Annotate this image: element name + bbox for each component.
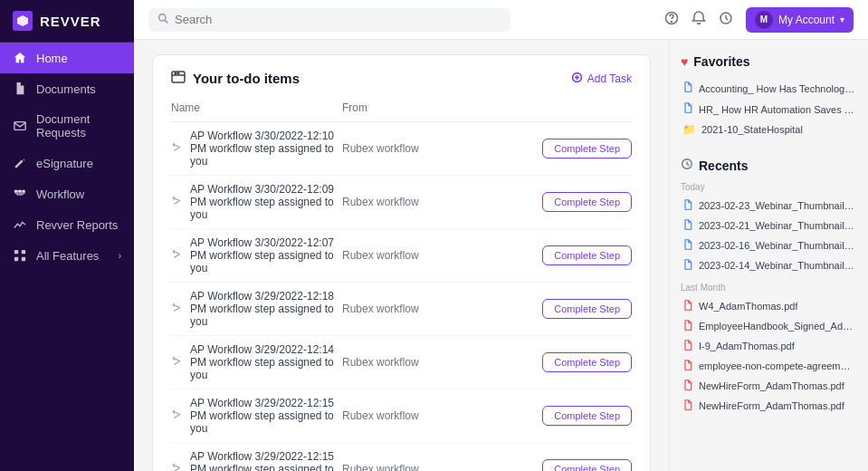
recents-list: Today 2023-02-23_Webinar_Thumbnail_.... …: [681, 182, 857, 416]
action-button[interactable]: Complete Step: [542, 245, 632, 265]
account-button[interactable]: M My Account ▾: [746, 7, 854, 33]
folder-icon: 📁: [682, 123, 696, 136]
sidebar-item-home-label: Home: [36, 52, 68, 65]
recent-item[interactable]: employee-non-compete-agreemen...: [681, 356, 857, 376]
table-row: AP Workflow 3/29/2022-12:18 PM workflow …: [171, 283, 632, 336]
main-area: M My Account ▾ Your to-do items: [134, 0, 868, 471]
todo-table-header: Name From: [171, 98, 632, 122]
center-panel: Your to-do items Add Task Name From: [134, 40, 669, 471]
sidebar-item-workflow[interactable]: Workflow: [0, 178, 134, 209]
heart-icon: ♥: [681, 54, 688, 69]
todo-item-from: Rubex workflow: [342, 249, 487, 262]
sidebar-item-document-requests[interactable]: Document Requests: [0, 104, 134, 148]
svg-rect-8: [22, 250, 25, 254]
todo-item-from: Rubex workflow: [342, 303, 487, 315]
sidebar-item-workflow-label: Workflow: [36, 187, 84, 201]
topbar-icons: M My Account ▾: [664, 7, 854, 33]
recent-item[interactable]: NewHireForm_AdamThomas.pdf: [681, 396, 857, 416]
doc-icon: [682, 199, 693, 212]
sidebar-logo-text: REVVER: [40, 14, 101, 29]
pdf-icon: [682, 340, 693, 352]
todo-item-name: AP Workflow 3/29/2022-12:15 PM workflow …: [171, 397, 342, 435]
recent-item-name: 2023-02-23_Webinar_Thumbnail_....: [699, 200, 855, 211]
svg-point-19: [177, 72, 179, 74]
sidebar-item-revver-reports[interactable]: Revver Reports: [0, 209, 134, 240]
action-button[interactable]: Complete Step: [542, 352, 632, 372]
right-panel: ♥ Favorites Accounting_ How Has Technolo…: [669, 40, 868, 471]
favorite-item[interactable]: HR_ How HR Automation Saves You...: [681, 99, 857, 120]
doc-icon: [682, 82, 693, 95]
action-button[interactable]: Complete Step: [542, 459, 632, 471]
sidebar-logo: REVVER: [0, 0, 134, 43]
pdf-icon: [682, 360, 693, 372]
svg-line-12: [165, 20, 167, 23]
svg-point-18: [175, 72, 176, 74]
bell-icon[interactable]: [692, 11, 706, 28]
todo-title: Your to-do items: [171, 70, 300, 87]
recent-item-name: I-9_AdamThomas.pdf: [699, 341, 795, 351]
recent-item-name: 2023-02-21_Webinar_Thumbnail_....: [699, 220, 855, 231]
account-chevron-icon: ▾: [840, 14, 844, 24]
favorite-item-name: 2021-10_StateHospital: [701, 124, 803, 135]
svg-line-36: [174, 361, 180, 365]
sidebar-item-home[interactable]: Home: [0, 43, 134, 73]
recent-item[interactable]: 2023-02-14_Webinar_Thumbnail_....: [681, 255, 857, 275]
table-row: AP Workflow 3/29/2022-12:14 PM workflow …: [171, 336, 632, 389]
pdf-icon: [682, 399, 693, 412]
table-row: AP Workflow 3/30/2022-12:10 PM workflow …: [171, 122, 632, 176]
document-requests-icon: [13, 119, 27, 133]
sidebar-item-all-features-label: All Features: [36, 249, 99, 263]
help-icon[interactable]: [664, 11, 679, 28]
action-button[interactable]: Complete Step: [542, 299, 632, 319]
sidebar-item-esignature[interactable]: eSignature: [0, 148, 134, 178]
history-icon[interactable]: [719, 11, 733, 28]
home-icon: [13, 51, 27, 65]
recent-item[interactable]: NewHireForm_AdamThomas.pdf: [681, 376, 857, 396]
add-task-button[interactable]: Add Task: [571, 72, 632, 86]
action-button[interactable]: Complete Step: [542, 139, 632, 159]
recent-item[interactable]: 2023-02-16_Webinar_Thumbnail_....: [681, 236, 857, 255]
recent-item-name: NewHireForm_AdamThomas.pdf: [699, 400, 844, 411]
recent-item-name: EmployeeHandbook_Signed_Ada...: [699, 321, 855, 332]
todo-item-from: Rubex workflow: [342, 409, 487, 422]
task-icon: [171, 195, 183, 209]
action-button[interactable]: Complete Step: [542, 192, 632, 212]
favorite-item[interactable]: 📁2021-10_StateHospital: [681, 120, 857, 139]
todo-item-name: AP Workflow 3/30/2022-12:10 PM workflow …: [171, 130, 342, 168]
todo-section: Your to-do items Add Task Name From: [152, 54, 651, 471]
todo-item-from: Rubex workflow: [342, 356, 487, 369]
search-box[interactable]: [148, 8, 510, 32]
recents-group-label: Last Month: [681, 283, 857, 293]
todo-header: Your to-do items Add Task: [171, 70, 632, 87]
todo-item-name: AP Workflow 3/29/2022-12:18 PM workflow …: [171, 290, 342, 328]
account-label: My Account: [778, 14, 835, 26]
recent-item[interactable]: W4_AdamThomas.pdf: [681, 296, 857, 316]
recents-title: Recents: [681, 158, 857, 173]
revver-logo-icon: [13, 11, 33, 31]
svg-line-24: [174, 148, 180, 151]
favorite-item[interactable]: Accounting_ How Has Technology C...: [681, 78, 857, 99]
recent-item[interactable]: EmployeeHandbook_Signed_Ada...: [681, 316, 857, 336]
task-icon: [171, 409, 183, 423]
todo-table: AP Workflow 3/30/2022-12:10 PM workflow …: [171, 122, 632, 471]
recent-item-name: employee-non-compete-agreemen...: [699, 360, 855, 371]
sidebar-item-doc-requests-label: Document Requests: [36, 112, 121, 139]
svg-line-33: [174, 308, 180, 312]
search-input[interactable]: [175, 13, 501, 26]
action-button[interactable]: Complete Step: [542, 406, 632, 426]
todo-item-name: AP Workflow 3/30/2022-12:07 PM workflow …: [171, 236, 342, 274]
svg-line-30: [174, 255, 180, 258]
task-icon: [171, 462, 183, 471]
recent-item[interactable]: 2023-02-23_Webinar_Thumbnail_....: [681, 196, 857, 216]
recent-item[interactable]: 2023-02-21_Webinar_Thumbnail_....: [681, 216, 857, 236]
recent-item-name: NewHireForm_AdamThomas.pdf: [699, 380, 844, 391]
svg-line-39: [174, 415, 180, 418]
sidebar-item-all-features[interactable]: All Features ›: [0, 240, 134, 271]
sidebar-item-documents-label: Documents: [36, 82, 96, 96]
content-area: Your to-do items Add Task Name From: [134, 40, 868, 471]
favorite-item-name: HR_ How HR Automation Saves You...: [699, 104, 855, 115]
sidebar-item-documents[interactable]: Documents: [0, 73, 134, 104]
recent-item[interactable]: I-9_AdamThomas.pdf: [681, 336, 857, 356]
recents-group-label: Today: [681, 182, 857, 192]
documents-icon: [13, 82, 27, 96]
